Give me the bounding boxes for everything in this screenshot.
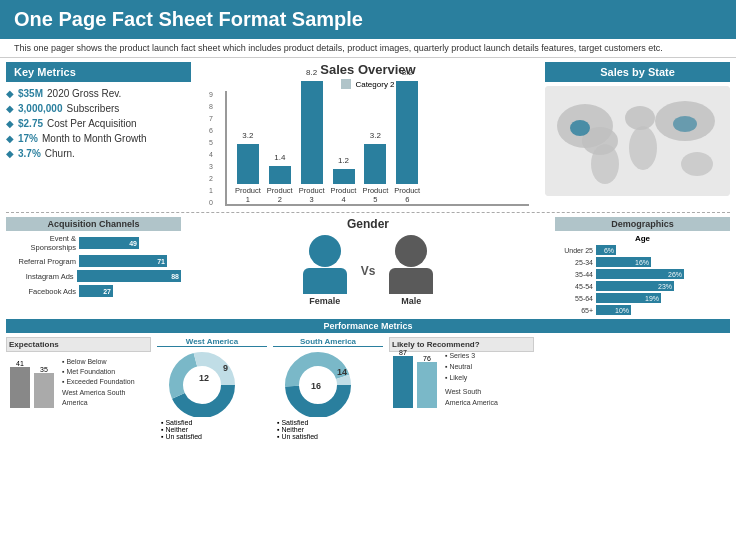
exp-west-bar (10, 367, 30, 408)
likely-west: 87 (393, 349, 413, 408)
svg-text:9: 9 (223, 363, 228, 373)
likely-recommend-panel: Likely to Recommend? 87 76 ▪ Series 3 ▪ … (389, 337, 534, 412)
acq-title: Acquisition Channels (6, 217, 181, 231)
metric-label: Month to Month Growth (42, 133, 147, 144)
acq-bar-fill: 88 (77, 270, 181, 282)
female-label: Female (309, 296, 340, 306)
header-title: One Page Fact Sheet Format Sample (14, 8, 363, 30)
bar-label: Product2 (267, 186, 293, 204)
acq-bar-row: Instagram Ads 88 (6, 270, 181, 282)
metric-label: 2020 Gross Rev. (47, 88, 121, 99)
exp-south-bar (34, 373, 54, 408)
age-bars: Under 25 6% 25-34 16% 35-44 26% 45-54 23… (555, 245, 730, 315)
age-bar: 6% (596, 245, 616, 255)
svg-point-5 (629, 126, 657, 170)
female-body (303, 268, 347, 294)
header: One Page Fact Sheet Format Sample (0, 0, 736, 39)
metric-label: Churn. (45, 148, 75, 159)
male-body (389, 268, 433, 294)
south-america-panel: South America 16 14 ▪ Satisfied▪ Neither… (273, 337, 383, 440)
metric-item: ◆3,000,000Subscribers (6, 101, 191, 116)
metric-diamond: ◆ (6, 88, 14, 99)
age-row: 55-64 19% (555, 293, 730, 303)
age-row: 25-34 16% (555, 257, 730, 267)
svg-point-8 (570, 120, 590, 136)
acq-bar-value: 49 (129, 240, 137, 247)
acq-bar-row: Facebook Ads 27 (6, 285, 181, 297)
metric-item: ◆$35M2020 Gross Rev. (6, 86, 191, 101)
bar: 1.4 (269, 166, 291, 184)
west-america-title: West America (157, 337, 267, 347)
west-america-panel: West America 12 9 ▪ Satisfied▪ Neither▪ … (157, 337, 267, 440)
age-row: Under 25 6% (555, 245, 730, 255)
key-metrics-title: Key Metrics (6, 62, 191, 82)
bar-group: 3.2 Product5 (362, 144, 388, 204)
metrics-list: ◆$35M2020 Gross Rev.◆3,000,000Subscriber… (6, 86, 191, 161)
gender-figures: Female Vs Male (187, 235, 549, 306)
bar-group: 3.2 Product1 (235, 144, 261, 204)
bar-value: 1.2 (333, 156, 355, 165)
age-label: 25-34 (555, 259, 593, 266)
age-label: 35-44 (555, 271, 593, 278)
south-legend: ▪ Satisfied▪ Neither▪ Un satisfied (277, 419, 383, 440)
chart-legend: Category 2 (197, 79, 539, 89)
likely-south: 76 (417, 355, 437, 408)
metric-value: $2.75 (18, 118, 43, 129)
acq-bar-value: 27 (103, 288, 111, 295)
bar: 8.2 (301, 81, 323, 184)
age-value: 26% (668, 271, 682, 278)
metric-diamond: ◆ (6, 148, 14, 159)
acq-bar-label: Referral Program (6, 257, 76, 266)
metric-diamond: ◆ (6, 118, 14, 129)
acq-bar-label: Instagram Ads (6, 272, 74, 281)
acq-bar-row: Event & Sponsorships 49 (6, 234, 181, 252)
metric-label: Cost Per Acquisition (47, 118, 137, 129)
bar-value: 1.4 (269, 153, 291, 162)
metric-value: $35M (18, 88, 43, 99)
age-bar: 10% (596, 305, 631, 315)
age-row: 45-54 23% (555, 281, 730, 291)
vs-text: Vs (361, 264, 376, 278)
acq-bar-label: Event & Sponsorships (6, 234, 76, 252)
acq-bar-row: Referral Program 71 (6, 255, 181, 267)
metric-item: ◆17%Month to Month Growth (6, 131, 191, 146)
metric-value: 3.7% (18, 148, 41, 159)
age-value: 10% (615, 307, 629, 314)
demographics-panel: Demographics Age Under 25 6% 25-34 16% 3… (555, 217, 730, 315)
expectations-chart: 41 35 ▪ Below Below ▪ Met Foundation ▪ E… (6, 352, 151, 412)
bar-label: Product1 (235, 186, 261, 204)
likely-chart: 87 76 ▪ Series 3 ▪ Neutral ▪ Likely West… (389, 352, 534, 412)
metric-diamond: ◆ (6, 103, 14, 114)
map-graphic (545, 86, 730, 196)
age-bar: 16% (596, 257, 651, 267)
age-value: 16% (635, 259, 649, 266)
bar: 8.2 (396, 81, 418, 184)
bar-label: Product5 (362, 186, 388, 204)
acq-bar-value: 88 (171, 273, 179, 280)
metric-value: 3,000,000 (18, 103, 63, 114)
female-head (309, 235, 341, 267)
age-value: 23% (658, 283, 672, 290)
age-title: Age (555, 234, 730, 243)
age-bar: 19% (596, 293, 661, 303)
acq-bar-label: Facebook Ads (6, 287, 76, 296)
south-america-title: South America (273, 337, 383, 347)
female-figure: Female (303, 235, 347, 306)
sales-overview-title: Sales Overview (197, 62, 539, 77)
bar-value: 3.2 (364, 131, 386, 140)
age-value: 19% (645, 295, 659, 302)
bar-chart-area: 3.2 Product1 1.4 Product2 8.2 Product3 1… (225, 91, 529, 206)
south-donut-chart: 16 14 (283, 347, 373, 417)
metric-item: ◆$2.75Cost Per Acquisition (6, 116, 191, 131)
west-donut-chart: 12 9 (167, 347, 257, 417)
age-value: 6% (604, 247, 614, 254)
bar-value: 8.2 (396, 68, 418, 77)
male-label: Male (401, 296, 421, 306)
acq-bar-fill: 49 (79, 237, 139, 249)
legend-label: Category 2 (355, 80, 394, 89)
age-row: 65+ 10% (555, 305, 730, 315)
gender-title: Gender (187, 217, 549, 231)
svg-text:12: 12 (199, 373, 209, 383)
acquisition-channels-panel: Acquisition Channels Event & Sponsorship… (6, 217, 181, 315)
male-head (395, 235, 427, 267)
